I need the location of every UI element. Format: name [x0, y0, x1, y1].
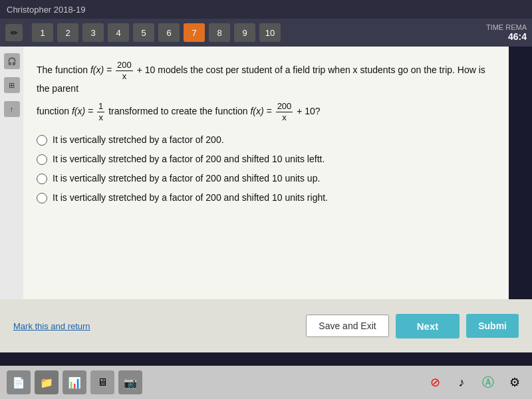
question-line-1: The function f(x) = 200 x + 10 models th… [37, 60, 492, 97]
question-content: The function f(x) = 200 x + 10 models th… [23, 47, 509, 299]
arrow-up-icon[interactable]: ↑ [4, 101, 20, 117]
left-sidebar: 🎧 ⊞ ↑ [0, 47, 23, 299]
bottom-buttons-group: Save and Exit Next Submi [306, 314, 519, 338]
fraction-1-x: 1 x [97, 101, 104, 122]
taskbar-icon-3[interactable]: 📊 [63, 370, 86, 394]
time-remaining: TIME REMA 46:4 [486, 23, 527, 42]
music-icon[interactable]: ♪ [451, 372, 472, 393]
answer-text-c: It is vertically stretched by a factor o… [53, 173, 320, 184]
question-btn-8[interactable]: 8 [209, 23, 230, 42]
nav-left-icons: ✏ [5, 24, 23, 41]
numerator-1: 200 [116, 60, 133, 71]
save-exit-button[interactable]: Save and Exit [306, 315, 388, 337]
fraction-200-x-2: 200 x [276, 101, 293, 122]
next-button[interactable]: Next [396, 314, 460, 338]
question-line-2: function f(x) = 1 x transformed to creat… [37, 101, 492, 122]
answer-options-list: It is vertically stretched by a factor o… [37, 134, 492, 203]
function-notation-2: f(x) = [72, 106, 93, 116]
answer-text-a: It is vertically stretched by a factor o… [53, 134, 224, 145]
pencil-icon[interactable]: ✏ [5, 24, 23, 41]
answer-option-c: It is vertically stretched by a factor o… [37, 173, 492, 184]
question-btn-6[interactable]: 6 [158, 23, 180, 42]
time-label: TIME REMA [486, 23, 527, 31]
numerator-3: 200 [276, 101, 293, 112]
numerator-2: 1 [97, 101, 104, 112]
time-value: 46:4 [486, 31, 527, 42]
question-btn-4[interactable]: 4 [108, 23, 129, 42]
answer-text-d: It is vertically stretched by a factor o… [53, 192, 328, 203]
taskbar-icon-2[interactable]: 📁 [35, 370, 59, 394]
radio-a[interactable] [37, 135, 47, 146]
radio-d[interactable] [37, 193, 47, 203]
taskbar: 📄 📁 📊 🖥 📷 ⊘ ♪ Ⓐ ⚙ [0, 366, 532, 399]
top-bar: Christopher 2018-19 [0, 0, 532, 19]
settings-icon[interactable]: ⚙ [504, 372, 525, 393]
grid-icon[interactable]: ⊞ [4, 77, 20, 93]
question-nav-bar: ✏ 1 2 3 4 5 6 7 8 9 10 TIME REMA 46:4 [0, 19, 532, 47]
question-btn-7[interactable]: 7 [184, 23, 205, 42]
denominator-3: x [281, 112, 288, 123]
bottom-action-bar: Mark this and return Save and Exit Next … [0, 299, 532, 352]
denominator-2: x [97, 112, 104, 123]
submit-button[interactable]: Submi [466, 314, 519, 338]
answer-option-b: It is vertically stretched by a factor o… [37, 154, 492, 165]
question-btn-3[interactable]: 3 [82, 23, 104, 42]
answer-text-b: It is vertically stretched by a factor o… [53, 154, 325, 164]
fraction-200-x-1: 200 x [116, 60, 133, 81]
function-notation-1: f(x) = [90, 65, 112, 75]
question-btn-10[interactable]: 10 [259, 23, 281, 42]
question-btn-5[interactable]: 5 [133, 23, 154, 42]
app-title: Christopher 2018-19 [7, 5, 86, 15]
denominator-1: x [121, 71, 128, 82]
question-btn-2[interactable]: 2 [57, 23, 78, 42]
taskbar-icon-5[interactable]: 📷 [118, 370, 142, 394]
no-sign-icon[interactable]: ⊘ [424, 372, 446, 393]
answer-option-d: It is vertically stretched by a factor o… [37, 192, 492, 203]
question-text: The function f(x) = 200 x + 10 models th… [37, 60, 492, 122]
headphone-icon[interactable]: 🎧 [4, 53, 20, 69]
answer-option-a: It is vertically stretched by a factor o… [37, 134, 492, 146]
radio-c[interactable] [37, 174, 47, 184]
question-btn-1[interactable]: 1 [32, 23, 53, 42]
mark-return-link[interactable]: Mark this and return [13, 321, 90, 331]
function-notation-3: f(x) = [250, 106, 271, 116]
question-btn-9[interactable]: 9 [234, 23, 255, 42]
radio-b[interactable] [37, 154, 47, 165]
taskbar-icon-1[interactable]: 📄 [7, 370, 31, 394]
taskbar-right-group: ⊘ ♪ Ⓐ ⚙ [424, 372, 525, 393]
taskbar-icon-4[interactable]: 🖥 [90, 370, 114, 394]
app-store-icon[interactable]: Ⓐ [477, 372, 499, 393]
